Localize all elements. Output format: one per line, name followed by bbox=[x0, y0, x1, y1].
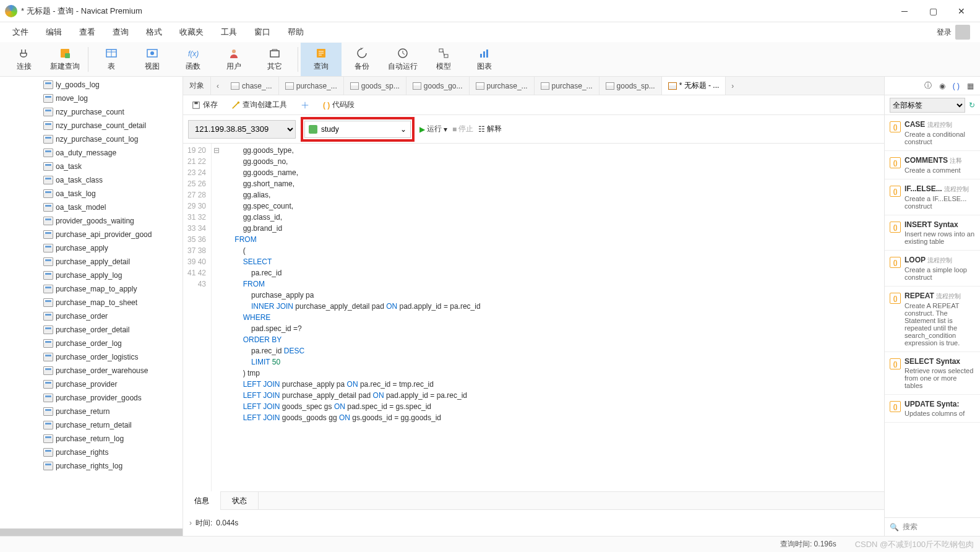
tab-query[interactable]: purchase_... bbox=[279, 77, 344, 95]
sidebar-scrollbar[interactable] bbox=[0, 528, 183, 536]
close-button[interactable]: ✕ bbox=[948, 2, 975, 20]
toolbar-model[interactable]: 模型 bbox=[423, 43, 464, 76]
table-item[interactable]: oa_task_class bbox=[0, 173, 183, 187]
snippet-item[interactable]: ()REPEAT 流程控制Create A REPEAT construct. … bbox=[885, 287, 980, 352]
toolbar-auto[interactable]: 自动运行 bbox=[382, 43, 423, 76]
tab-query[interactable]: goods_sp... bbox=[344, 77, 406, 95]
table-item[interactable]: purchase_order bbox=[0, 309, 183, 323]
eye-icon[interactable]: ◉ bbox=[939, 82, 945, 90]
snippet-title: IF...ELSE... bbox=[905, 184, 942, 193]
table-item[interactable]: purchase_api_provider_good bbox=[0, 228, 183, 241]
snippet-item[interactable]: ()IF...ELSE... 流程控制Create a IF...ELSE...… bbox=[885, 179, 980, 215]
menu-格式[interactable]: 格式 bbox=[137, 23, 171, 41]
toolbar-newquery[interactable]: 新建查询 bbox=[45, 43, 85, 76]
tab-query[interactable]: goods_sp... bbox=[600, 77, 662, 95]
table-item[interactable]: ly_goods_log bbox=[0, 78, 183, 92]
toolbar-plug[interactable]: 连接 bbox=[4, 43, 45, 76]
table-item[interactable]: purchase_order_logistics bbox=[0, 350, 183, 364]
grid-icon[interactable]: ▦ bbox=[967, 82, 974, 90]
table-item[interactable]: provider_goods_waiting bbox=[0, 214, 183, 228]
table-item[interactable]: oa_task_log bbox=[0, 187, 183, 201]
table-item[interactable]: purchase_return_detail bbox=[0, 418, 183, 432]
user-icon bbox=[226, 46, 241, 60]
database-select[interactable]: study ⌄ bbox=[304, 121, 411, 138]
toolbar-user[interactable]: 用户 bbox=[213, 43, 254, 76]
menu-窗口[interactable]: 窗口 bbox=[246, 23, 279, 41]
info-icon[interactable]: ⓘ bbox=[924, 80, 932, 91]
tab-query[interactable]: purchase_... bbox=[535, 77, 600, 95]
table-item[interactable]: oa_duty_message bbox=[0, 146, 183, 160]
toolbar-chart[interactable]: 图表 bbox=[464, 43, 505, 76]
tag-filter-select[interactable]: 全部标签 bbox=[890, 98, 965, 113]
table-item[interactable]: purchase_provider bbox=[0, 377, 183, 391]
table-item[interactable]: purchase_order_log bbox=[0, 337, 183, 350]
explain-button[interactable]: ☷ 解释 bbox=[478, 124, 502, 134]
menu-收藏夹[interactable]: 收藏夹 bbox=[171, 23, 212, 41]
snippet-item[interactable]: ()INSERT Syntax Insert new rows into an … bbox=[885, 215, 980, 251]
query-builder-button[interactable]: 查询创建工具 bbox=[228, 97, 291, 113]
table-item[interactable]: purchase_provider_goods bbox=[0, 391, 183, 405]
maximize-button[interactable]: ▢ bbox=[919, 2, 947, 20]
tab-query[interactable]: chase_... bbox=[225, 77, 279, 95]
table-icon bbox=[43, 366, 53, 375]
snippet-item[interactable]: ()SELECT Syntax Retrieve rows selected f… bbox=[885, 352, 980, 395]
tab-nav-left[interactable]: ‹ bbox=[211, 77, 225, 95]
table-item[interactable]: purchase_apply_log bbox=[0, 269, 183, 282]
chevron-right-icon[interactable]: › bbox=[189, 519, 192, 527]
toolbar-view[interactable]: 视图 bbox=[132, 43, 173, 76]
table-item[interactable]: oa_task_model bbox=[0, 201, 183, 214]
code-area[interactable]: gg.goods_type, gg.goods_no, gg.goods_nam… bbox=[221, 144, 884, 491]
braces-icon[interactable]: ( ) bbox=[953, 82, 960, 90]
chevron-down-icon[interactable]: ▾ bbox=[444, 125, 447, 134]
snippet-item[interactable]: ()COMMENTS 注释Create a comment bbox=[885, 151, 980, 179]
sql-editor[interactable]: 19 20 21 22 23 24 25 26 27 28 29 30 31 3… bbox=[183, 144, 884, 491]
menu-查看[interactable]: 查看 bbox=[71, 23, 104, 41]
table-item[interactable]: move_log bbox=[0, 92, 183, 105]
tab-query[interactable]: * 无标题 - ... bbox=[662, 77, 726, 95]
menu-文件[interactable]: 文件 bbox=[4, 23, 37, 41]
table-item[interactable]: purchase_apply_detail bbox=[0, 255, 183, 269]
tab-query[interactable]: purchase_... bbox=[470, 77, 535, 95]
table-item[interactable]: purchase_return bbox=[0, 405, 183, 418]
toolbar-table[interactable]: 表 bbox=[91, 43, 132, 76]
server-select[interactable]: 121.199.38.85_3309 bbox=[188, 120, 296, 139]
table-item[interactable]: purchase_order_detail bbox=[0, 323, 183, 337]
refresh-icon[interactable]: ↻ bbox=[969, 101, 975, 110]
snippet-item[interactable]: ()UPDATE Synta: Updates columns of bbox=[885, 395, 980, 423]
table-item[interactable]: purchase_order_warehouse bbox=[0, 364, 183, 377]
tab-status[interactable]: 状态 bbox=[221, 491, 259, 510]
table-item[interactable]: nzy_purchase_count bbox=[0, 105, 183, 119]
beautify-button[interactable] bbox=[297, 98, 313, 112]
toolbar-fx[interactable]: f(x)函数 bbox=[173, 43, 213, 76]
code-snippet-button[interactable]: ( ) 代码段 bbox=[319, 97, 358, 113]
snippet-item[interactable]: ()CASE 流程控制Create a conditional construc… bbox=[885, 115, 980, 151]
menu-工具[interactable]: 工具 bbox=[212, 23, 246, 41]
table-item[interactable]: nzy_purchase_count_detail bbox=[0, 119, 183, 132]
table-item[interactable]: purchase_map_to_apply bbox=[0, 282, 183, 296]
login-button[interactable]: 登录 bbox=[931, 21, 976, 43]
tab-query[interactable]: goods_go... bbox=[406, 77, 470, 95]
table-item[interactable]: purchase_rights bbox=[0, 446, 183, 459]
toolbar-query[interactable]: 查询 bbox=[301, 43, 342, 76]
menu-查询[interactable]: 查询 bbox=[104, 23, 137, 41]
toolbar-other[interactable]: 其它 bbox=[254, 43, 295, 76]
tab-objects[interactable]: 对象 bbox=[183, 77, 211, 95]
tab-info[interactable]: 信息 bbox=[183, 491, 221, 510]
sidebar-tables[interactable]: ly_goods_logmove_lognzy_purchase_countnz… bbox=[0, 77, 183, 536]
table-item[interactable]: nzy_purchase_count_log bbox=[0, 132, 183, 146]
save-button[interactable]: 保存 bbox=[188, 97, 221, 113]
table-item[interactable]: purchase_map_to_sheet bbox=[0, 296, 183, 309]
minimize-button[interactable]: ─ bbox=[891, 2, 918, 20]
tab-nav-right[interactable]: › bbox=[726, 77, 739, 95]
menu-编辑[interactable]: 编辑 bbox=[37, 23, 71, 41]
table-item[interactable]: purchase_apply bbox=[0, 241, 183, 255]
fold-column[interactable]: ⊟ bbox=[212, 144, 221, 491]
snippet-search[interactable]: 🔍 搜索 bbox=[885, 517, 980, 536]
table-item[interactable]: purchase_return_log bbox=[0, 432, 183, 446]
run-button[interactable]: ▶ 运行 ▾ bbox=[419, 124, 447, 134]
snippet-item[interactable]: ()LOOP 流程控制Create a simple loop construc… bbox=[885, 251, 980, 287]
toolbar-backup[interactable]: 备份 bbox=[342, 43, 382, 76]
table-item[interactable]: oa_task bbox=[0, 160, 183, 173]
menu-帮助[interactable]: 帮助 bbox=[279, 23, 312, 41]
table-item[interactable]: purchase_rights_log bbox=[0, 459, 183, 473]
